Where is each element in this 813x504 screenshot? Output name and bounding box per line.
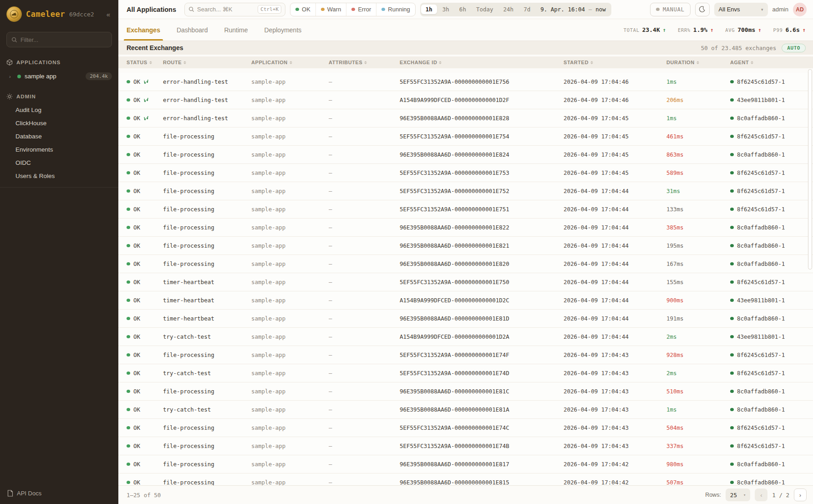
time-range-6h[interactable]: 6h bbox=[455, 5, 471, 14]
sidebar-filter-input[interactable] bbox=[20, 36, 107, 43]
table-row[interactable]: OKtry-catch-testsample-app—96E395B0088AA… bbox=[118, 401, 813, 419]
table-row[interactable]: OKtry-catch-testsample-app—A154B9A999DFC… bbox=[118, 328, 813, 346]
table-row[interactable]: OKtimer-heartbeatsample-app—5EF55FC31352… bbox=[118, 273, 813, 291]
table-row[interactable]: OKfile-processingsample-app—5EF55FC31352… bbox=[118, 182, 813, 200]
time-range-7d[interactable]: 7d bbox=[519, 5, 535, 14]
table-row[interactable]: OKerror-handling-testsample-app—5EF55FC3… bbox=[118, 73, 813, 91]
time-from[interactable]: 9. Apr. 16:04 bbox=[540, 6, 585, 13]
status-filter-running[interactable]: Running bbox=[376, 3, 415, 16]
status-dot-icon bbox=[321, 8, 325, 11]
status-filter-ok[interactable]: OK bbox=[290, 3, 316, 16]
table-row[interactable]: OKfile-processingsample-app—5EF55FC31352… bbox=[118, 437, 813, 455]
time-range-today[interactable]: Today bbox=[472, 5, 498, 14]
table-row[interactable]: OKfile-processingsample-app—5EF55FC31352… bbox=[118, 419, 813, 437]
column-header-application[interactable]: APPLICATION bbox=[251, 60, 329, 65]
table-row[interactable]: OKfile-processingsample-app—96E395B0088A… bbox=[118, 219, 813, 237]
agent-cell: 8c0affadb860-1 bbox=[730, 406, 808, 413]
column-header-attributes[interactable]: ATTRIBUTES bbox=[329, 60, 400, 65]
duration-cell: 510ms bbox=[666, 388, 730, 395]
column-header-duration[interactable]: DURATION bbox=[666, 60, 730, 65]
stat-value: 23.4K bbox=[642, 26, 660, 33]
time-range-1h[interactable]: 1h bbox=[421, 5, 437, 14]
time-range-24h[interactable]: 24h bbox=[499, 5, 518, 14]
prev-page-button[interactable]: ‹ bbox=[755, 489, 767, 501]
status-filter-error[interactable]: Error bbox=[346, 3, 376, 16]
table-row[interactable]: OKfile-processingsample-app—5EF55FC31352… bbox=[118, 164, 813, 182]
tab-dashboard[interactable]: Dashboard bbox=[177, 19, 208, 41]
global-search-input[interactable] bbox=[197, 6, 247, 13]
sort-icon bbox=[590, 61, 593, 64]
agent-cell: 8c0affadb860-1 bbox=[730, 115, 808, 122]
api-docs-link[interactable]: API Docs bbox=[0, 484, 118, 504]
table-row[interactable]: OKfile-processingsample-app—96E395B0088A… bbox=[118, 382, 813, 401]
environment-select[interactable]: All Envs ▾ bbox=[714, 3, 768, 16]
sidebar-item-environments[interactable]: Environments bbox=[0, 143, 118, 156]
status-dot-icon bbox=[381, 8, 385, 11]
column-header-agent[interactable]: AGENT bbox=[730, 60, 808, 65]
manual-refresh-button[interactable]: MANUAL bbox=[650, 3, 691, 16]
agent-id: 8f6245c61d57-1 bbox=[737, 188, 785, 194]
agent-id: 8f6245c61d57-1 bbox=[737, 133, 785, 140]
next-page-button[interactable]: › bbox=[794, 489, 807, 501]
status-filter-warn[interactable]: Warn bbox=[316, 3, 347, 16]
sidebar-section-admin: ADMIN bbox=[0, 90, 118, 103]
application-cell: sample-app bbox=[251, 333, 329, 340]
table-row[interactable]: OKerror-handling-testsample-app—A154B9A9… bbox=[118, 91, 813, 109]
app-title: Cameleer bbox=[26, 10, 65, 19]
chevron-expand-icon[interactable]: › bbox=[9, 74, 14, 79]
vertical-scrollbar[interactable] bbox=[808, 69, 812, 270]
sidebar-item-sample-app[interactable]: › sample app 204.4k bbox=[0, 69, 118, 83]
attributes-cell: — bbox=[329, 406, 400, 413]
table-row[interactable]: OKerror-handling-testsample-app—96E395B0… bbox=[118, 109, 813, 127]
agent-status-dot bbox=[730, 390, 734, 393]
route-cell: file-processing bbox=[163, 388, 251, 395]
column-header-exchange-id[interactable]: EXCHANGE ID bbox=[400, 60, 564, 65]
table-row[interactable]: OKfile-processingsample-app—5EF55FC31352… bbox=[118, 200, 813, 219]
route-cell: timer-heartbeat bbox=[163, 279, 251, 285]
table-row[interactable]: OKtimer-heartbeatsample-app—96E395B0088A… bbox=[118, 310, 813, 328]
tab-exchanges[interactable]: Exchanges bbox=[127, 19, 160, 41]
time-range-3h[interactable]: 3h bbox=[438, 5, 454, 14]
table-row[interactable]: OKfile-processingsample-app—5EF55FC31352… bbox=[118, 127, 813, 146]
table-row[interactable]: OKfile-processingsample-app—96E395B0088A… bbox=[118, 455, 813, 473]
column-header-started[interactable]: STARTED bbox=[564, 60, 666, 65]
agent-id: 8c0affadb860-1 bbox=[737, 260, 785, 267]
sidebar-item-audit-log[interactable]: Audit Log bbox=[0, 103, 118, 117]
agent-cell: 8f6245c61d57-1 bbox=[730, 424, 808, 431]
table-header: STATUSROUTEAPPLICATIONATTRIBUTESEXCHANGE… bbox=[118, 56, 813, 68]
sort-icon bbox=[149, 61, 152, 64]
table-row[interactable]: OKtry-catch-testsample-app—5EF55FC31352A… bbox=[118, 364, 813, 382]
exchange-id-cell: 5EF55FC31352A9A-000000000001E753 bbox=[400, 169, 564, 176]
table-row[interactable]: OKfile-processingsample-app—5EF55FC31352… bbox=[118, 346, 813, 364]
table-row[interactable]: OKtimer-heartbeatsample-app—A154B9A999DF… bbox=[118, 291, 813, 310]
sidebar-item-clickhouse[interactable]: ClickHouse bbox=[0, 117, 118, 130]
trend-up-icon: ↑ bbox=[758, 27, 761, 33]
sidebar-item-database[interactable]: Database bbox=[0, 130, 118, 143]
sidebar-item-oidc[interactable]: OIDC bbox=[0, 156, 118, 169]
exchange-id-cell: 96E395B0088AA6D-000000000001E81C bbox=[400, 388, 564, 395]
agent-status-dot bbox=[730, 481, 734, 484]
tab-deployments[interactable]: Deployments bbox=[264, 19, 302, 41]
stat-label: TOTAL bbox=[624, 27, 640, 33]
auto-refresh-badge[interactable]: AUTO bbox=[782, 44, 806, 52]
table-row[interactable]: OKfile-processingsample-app—96E395B0088A… bbox=[118, 237, 813, 255]
sidebar-collapse-button[interactable]: « bbox=[105, 10, 112, 19]
rows-per-page-select[interactable]: 25 ▾ bbox=[726, 489, 750, 501]
table-row[interactable]: OKfile-processingsample-app—96E395B0088A… bbox=[118, 255, 813, 273]
time-to[interactable]: now bbox=[595, 6, 606, 13]
column-header-status[interactable]: STATUS bbox=[127, 60, 163, 65]
table-row[interactable]: OKfile-processingsample-app—96E395B0088A… bbox=[118, 473, 813, 485]
column-header-route[interactable]: ROUTE bbox=[163, 60, 251, 65]
tab-runtime[interactable]: Runtime bbox=[224, 19, 248, 41]
tabs: ExchangesDashboardRuntimeDeployments bbox=[127, 19, 301, 41]
duration-cell: 167ms bbox=[666, 260, 730, 267]
user-avatar[interactable]: AD bbox=[793, 3, 807, 16]
agent-status-dot bbox=[730, 444, 734, 448]
status-cell: OK bbox=[127, 333, 163, 340]
status-cell: OK bbox=[127, 443, 163, 449]
attributes-cell: — bbox=[329, 242, 400, 249]
dark-mode-toggle[interactable] bbox=[695, 3, 710, 16]
table-row[interactable]: OKfile-processingsample-app—96E395B0088A… bbox=[118, 146, 813, 164]
status-cell: OK bbox=[127, 169, 163, 176]
sidebar-item-users-roles[interactable]: Users & Roles bbox=[0, 169, 118, 183]
